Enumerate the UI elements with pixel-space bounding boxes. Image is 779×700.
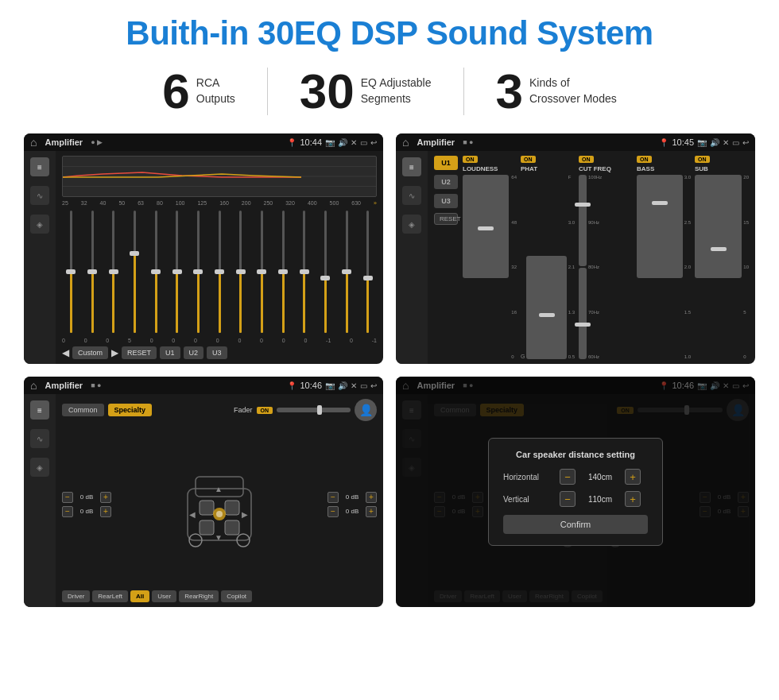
eq-slider-4[interactable]: [147, 211, 165, 333]
eq-u1-button[interactable]: U1: [160, 346, 180, 359]
vol-minus-fl[interactable]: −: [62, 492, 73, 503]
confirm-button[interactable]: Confirm: [503, 515, 648, 534]
eq-slider-10[interactable]: [274, 211, 293, 333]
fader-sidebar: ≡ ∿ ◈: [24, 394, 56, 607]
cutfreq-slider-g[interactable]: [579, 268, 587, 359]
cross-sidebar-wave-icon[interactable]: ∿: [402, 186, 421, 205]
home-icon-3[interactable]: ⌂: [30, 379, 37, 392]
vertical-minus-button[interactable]: −: [560, 491, 576, 507]
play-indicator-3: ■ ●: [91, 381, 101, 389]
sub-slider[interactable]: [695, 175, 742, 278]
svg-text:▼: ▼: [215, 533, 223, 542]
eq-slider-6[interactable]: [189, 211, 207, 333]
phat-scale: F 3.0 2.1 1.3 0.5: [568, 175, 575, 359]
eq-slider-1[interactable]: [83, 211, 102, 333]
status-icons-2: 📍 10:45 📷 🔊 ✕ ▭ ↩: [659, 137, 749, 147]
bass-slider[interactable]: [637, 175, 683, 278]
fader-label: Fader: [234, 406, 253, 414]
vol-plus-rl[interactable]: +: [100, 506, 111, 517]
vol-minus-fr[interactable]: −: [327, 492, 339, 503]
eq-slider-5[interactable]: [168, 211, 186, 333]
eq-slider-2[interactable]: [104, 211, 122, 333]
btn-user[interactable]: User: [152, 590, 176, 602]
crossover-content: ≡ ∿ ◈ U1 U2 U3 RESET: [396, 151, 755, 364]
screen-eq-sliders: ⌂ Amplifier ● ▶ 📍 10:44 📷 🔊 ✕ ▭ ↩ ≡ ∿ ◈: [24, 133, 383, 364]
stat-crossover: 3 Kinds of Crossover Modes: [464, 67, 649, 116]
vol-row-fl: − 0 dB +: [62, 492, 111, 503]
preset-u2-button[interactable]: U2: [434, 175, 458, 189]
btn-driver[interactable]: Driver: [62, 590, 90, 602]
cutfreq-slider-group: [579, 175, 587, 359]
preset-u1-button[interactable]: U1: [434, 156, 458, 170]
eq-reset-button[interactable]: RESET: [122, 346, 157, 359]
bass-label: BASS: [637, 165, 691, 172]
car-svg-wrap: ▲ ▼ ◀ ▶: [116, 425, 323, 583]
btn-rearright[interactable]: RearRight: [179, 590, 219, 602]
eq-sidebar-eq-icon[interactable]: ≡: [30, 157, 49, 176]
vol-val-rl: 0 dB: [76, 508, 98, 515]
cross-sidebar-eq-icon[interactable]: ≡: [402, 157, 421, 176]
horizontal-minus-button[interactable]: −: [560, 469, 576, 485]
status-icons-1: 📍 10:44 📷 🔊 ✕ ▭ ↩: [287, 137, 377, 147]
play-indicator-2: ■ ●: [463, 138, 473, 146]
cutfreq-slider-f[interactable]: [579, 175, 587, 266]
status-icons-3: 📍 10:46 📷 🔊 ✕ ▭ ↩: [287, 381, 377, 390]
btn-all[interactable]: All: [130, 590, 149, 602]
cross-sidebar-vol-icon[interactable]: ◈: [402, 215, 421, 234]
vol-minus-rr[interactable]: −: [327, 506, 339, 517]
eq-slider-11[interactable]: [295, 211, 313, 333]
eq-custom-button[interactable]: Custom: [72, 346, 108, 359]
btn-rearleft[interactable]: RearLeft: [92, 590, 128, 602]
eq-slider-9[interactable]: [253, 211, 271, 333]
left-volume-col: − 0 dB + − 0 dB +: [62, 425, 111, 583]
car-diagram-area: − 0 dB + − 0 dB +: [62, 425, 377, 583]
close-icon-2: ✕: [723, 138, 729, 147]
loudness-slider-1[interactable]: [463, 175, 509, 278]
channel-sub: ON SUB 20 15 10: [695, 156, 749, 359]
bass-on-badge: ON: [637, 156, 652, 163]
home-icon-2[interactable]: ⌂: [402, 136, 409, 149]
eq-next-button[interactable]: ▶: [111, 347, 118, 358]
channel-phat-header: ON: [521, 156, 575, 163]
fader-slider[interactable]: [277, 408, 351, 412]
fader-sidebar-wave-icon[interactable]: ∿: [30, 429, 49, 448]
svg-rect-9: [200, 520, 214, 535]
tab-common[interactable]: Common: [62, 404, 104, 416]
eq-slider-13[interactable]: [338, 211, 356, 333]
eq-slider-12[interactable]: [316, 211, 335, 333]
location-icon-2: 📍: [659, 138, 669, 147]
bass-sliders: 3.0 2.5 2.0 1.5 1.0: [637, 175, 691, 359]
home-icon-1[interactable]: ⌂: [30, 136, 37, 149]
vertical-plus-button[interactable]: +: [625, 491, 641, 507]
eq-u3-button[interactable]: U3: [207, 346, 227, 359]
bass-scale: 3.0 2.5 2.0 1.5 1.0: [684, 175, 691, 359]
stats-row: 6 RCA Outputs 30 EQ Adjustable Segments …: [24, 67, 755, 116]
eq-sidebar-wave-icon[interactable]: ∿: [30, 186, 49, 205]
fader-sidebar-eq-icon[interactable]: ≡: [30, 400, 49, 420]
horizontal-plus-button[interactable]: +: [625, 469, 641, 485]
btn-copilot[interactable]: Copilot: [221, 590, 252, 602]
fader-avatar[interactable]: 👤: [355, 399, 377, 421]
eq-slider-8[interactable]: [231, 211, 250, 333]
vol-plus-rr[interactable]: +: [366, 506, 377, 517]
crossover-reset-button[interactable]: RESET: [434, 213, 458, 225]
vol-plus-fr[interactable]: +: [366, 492, 377, 503]
eq-slider-14[interactable]: [358, 211, 377, 333]
page-wrapper: Buith-in 30EQ DSP Sound System 6 RCA Out…: [0, 0, 779, 621]
sub-on-badge: ON: [695, 156, 710, 163]
vol-plus-fl[interactable]: +: [100, 492, 111, 503]
eq-prev-button[interactable]: ◀: [62, 347, 69, 358]
eq-slider-0[interactable]: [62, 211, 80, 333]
eq-u2-button[interactable]: U2: [184, 346, 204, 359]
vol-val-fl: 0 dB: [76, 493, 98, 501]
tab-specialty[interactable]: Specialty: [108, 404, 153, 416]
phat-slider[interactable]: [526, 256, 566, 359]
eq-sidebar-vol-icon[interactable]: ◈: [30, 215, 49, 234]
eq-slider-3[interactable]: [126, 211, 144, 333]
vol-minus-rl[interactable]: −: [62, 506, 73, 517]
preset-u3-button[interactable]: U3: [434, 194, 458, 208]
eq-slider-7[interactable]: [211, 211, 229, 333]
car-diagram-svg: ▲ ▼ ◀ ▶: [172, 449, 267, 560]
battery-icon-2: ▭: [732, 138, 739, 147]
fader-sidebar-vol-icon[interactable]: ◈: [30, 458, 49, 477]
